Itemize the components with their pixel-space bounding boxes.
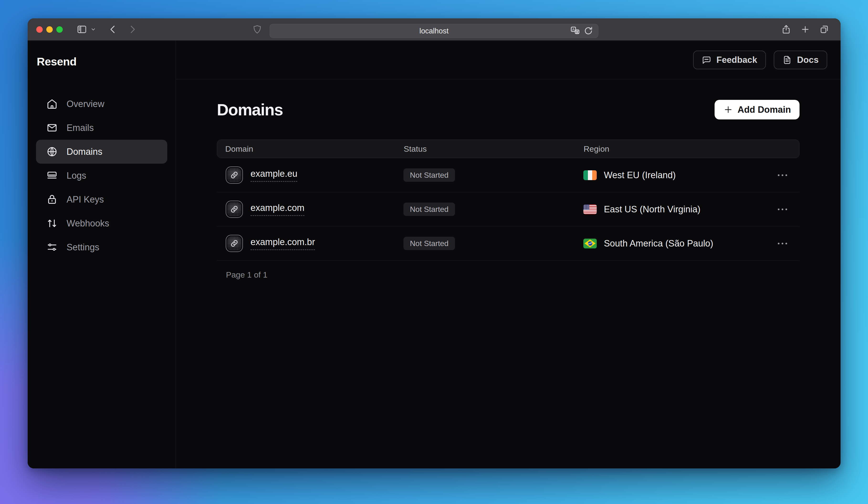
sidebar-item-emails[interactable]: Emails <box>36 116 167 140</box>
region-label: East US (North Virginia) <box>604 204 701 214</box>
svg-text:A: A <box>572 28 575 31</box>
document-icon <box>782 55 792 65</box>
us-flag-icon <box>583 204 597 214</box>
tab-overview-icon[interactable] <box>819 24 829 34</box>
feedback-button-label: Feedback <box>716 55 757 65</box>
address-bar[interactable]: localhost A <box>270 24 598 38</box>
home-icon <box>46 98 58 109</box>
sidebar-nav: Overview Emails Domains <box>28 92 176 259</box>
feedback-bubble-icon <box>702 55 711 65</box>
new-tab-icon[interactable] <box>800 24 810 34</box>
desktop-wallpaper: localhost A <box>0 0 868 504</box>
sidebar-item-api-keys[interactable]: API Keys <box>36 188 167 211</box>
close-window-button[interactable] <box>36 26 43 33</box>
chevron-down-icon[interactable] <box>90 26 97 33</box>
shield-icon <box>252 24 262 34</box>
globe-icon <box>46 146 58 157</box>
brazil-flag-icon <box>583 239 597 249</box>
status-badge: Not Started <box>403 237 455 250</box>
reload-icon[interactable] <box>583 26 593 38</box>
sidebar-item-settings[interactable]: Settings <box>36 235 167 259</box>
domain-link[interactable]: example.com.br <box>250 237 315 250</box>
domains-page: Domains Add Domain Domain Status R <box>176 79 840 280</box>
sidebar-item-label: Domains <box>66 147 102 157</box>
sidebar-item-label: Webhooks <box>66 218 109 229</box>
pagination-status: Page 1 of 1 <box>226 270 799 280</box>
translate-icon[interactable]: A <box>570 26 580 38</box>
content-topbar: Feedback Docs <box>176 41 840 79</box>
link-icon <box>226 201 243 218</box>
app-root: Resend Overview Emails <box>28 41 840 468</box>
feedback-button[interactable]: Feedback <box>693 51 766 69</box>
browser-window: localhost A <box>28 18 840 468</box>
domains-table: Domain Status Region example.eu <box>217 140 799 261</box>
table-row: example.eu Not Started West EU (Ireland) <box>217 158 799 192</box>
arrows-up-down-icon <box>46 218 58 229</box>
page-title: Domains <box>217 100 283 119</box>
sliders-icon <box>46 242 58 253</box>
add-domain-button-label: Add Domain <box>737 104 791 115</box>
sidebar-item-label: Settings <box>66 242 99 252</box>
sidebar-toggle-icon[interactable] <box>76 24 87 34</box>
region-label: West EU (Ireland) <box>604 170 676 180</box>
plus-icon <box>723 104 733 115</box>
table-row: example.com Not Started East US (North V… <box>217 192 799 226</box>
sidebar-item-label: API Keys <box>66 194 104 205</box>
sidebar-item-label: Emails <box>66 123 94 133</box>
address-bar-url: localhost <box>420 27 448 36</box>
add-domain-button[interactable]: Add Domain <box>715 100 799 119</box>
domain-link[interactable]: example.com <box>250 203 304 216</box>
sidebar-item-label: Overview <box>66 99 104 109</box>
column-header-status: Status <box>404 144 583 154</box>
docs-button[interactable]: Docs <box>774 51 827 69</box>
zoom-window-button[interactable] <box>56 26 63 33</box>
table-header: Domain Status Region <box>217 140 799 158</box>
sidebar: Resend Overview Emails <box>28 41 176 468</box>
mail-icon <box>46 122 58 133</box>
row-actions-menu-icon[interactable] <box>778 170 787 180</box>
sidebar-item-logs[interactable]: Logs <box>36 164 167 188</box>
sidebar-item-webhooks[interactable]: Webhooks <box>36 211 167 235</box>
lock-icon <box>46 194 58 205</box>
row-actions-menu-icon[interactable] <box>778 239 787 248</box>
ireland-flag-icon <box>583 170 597 180</box>
domain-link[interactable]: example.eu <box>250 169 297 182</box>
sidebar-item-label: Logs <box>66 171 86 181</box>
column-header-region: Region <box>583 144 778 154</box>
main-content: Feedback Docs Domains <box>176 41 840 468</box>
row-actions-menu-icon[interactable] <box>778 204 787 214</box>
status-badge: Not Started <box>403 168 455 182</box>
minimize-window-button[interactable] <box>46 26 53 33</box>
table-row: example.com.br Not Started South America… <box>217 226 799 261</box>
resend-logo: Resend <box>37 55 176 67</box>
sidebar-item-domains[interactable]: Domains <box>36 140 167 164</box>
share-icon[interactable] <box>781 24 792 34</box>
sidebar-item-overview[interactable]: Overview <box>36 92 167 116</box>
browser-titlebar: localhost A <box>28 18 840 41</box>
traffic-lights <box>36 26 63 33</box>
link-icon <box>226 167 243 184</box>
region-label: South America (São Paulo) <box>604 239 713 249</box>
logs-icon <box>46 170 58 181</box>
status-badge: Not Started <box>403 203 455 216</box>
link-icon <box>226 235 243 252</box>
forward-button[interactable] <box>127 24 138 34</box>
column-header-domain: Domain <box>217 144 404 154</box>
back-button[interactable] <box>107 24 118 34</box>
docs-button-label: Docs <box>797 55 819 65</box>
